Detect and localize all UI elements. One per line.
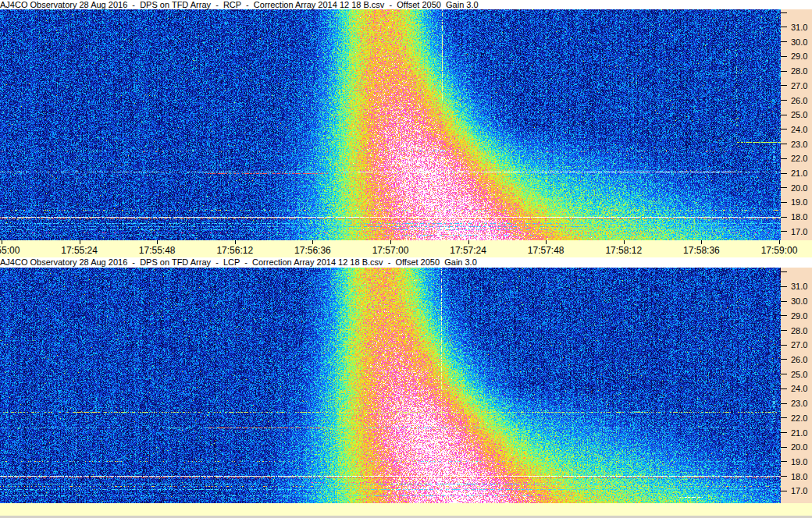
time-tick-label: 17:56:36	[294, 245, 331, 256]
freq-tick	[781, 202, 787, 203]
freq-tick-label: 28.0	[791, 66, 807, 76]
freq-tick	[781, 417, 787, 418]
time-tick	[235, 240, 236, 244]
freq-tick	[781, 129, 787, 130]
freq-tick-label: 29.0	[791, 311, 807, 321]
freq-tick-label: 25.0	[791, 110, 807, 119]
freq-tick-label: 17.0	[791, 227, 807, 236]
time-tick-label: 17:59:00	[761, 245, 798, 256]
freq-tick	[781, 27, 787, 27]
spectrograph-window: AJ4CO Observatory 28 Aug 2016 - DPS on T…	[0, 0, 812, 518]
freq-tick-label: 21.0	[791, 169, 807, 178]
time-tick-label: 17:55:24	[61, 245, 98, 256]
freq-tick-label: 18.0	[791, 212, 807, 222]
panel-title-lcp: AJ4CO Observatory 28 Aug 2016 - DPS on T…	[0, 257, 812, 268]
freq-tick	[781, 115, 787, 115]
freq-tick-label: 31.0	[791, 23, 807, 32]
time-tick	[312, 240, 313, 244]
plot-row-rcp: 31.030.029.028.027.026.025.024.023.022.0…	[0, 9, 812, 240]
time-axis-partial	[0, 503, 812, 516]
time-tick-label: 17:57:24	[450, 245, 486, 256]
freq-tick	[781, 330, 787, 331]
panel-rcp: AJ4CO Observatory 28 Aug 2016 - DPS on T…	[0, 0, 812, 240]
time-tick	[624, 240, 625, 244]
freq-tick-label: 24.0	[791, 125, 807, 134]
time-tick-label: 17:55:48	[139, 245, 176, 256]
freq-tick-label: 29.0	[791, 51, 807, 61]
freq-tick-label: 20.0	[791, 183, 807, 193]
freq-tick-label: 25.0	[791, 370, 807, 379]
freq-tick	[781, 100, 787, 101]
freq-tick-label: 24.0	[791, 384, 807, 393]
freq-tick	[781, 144, 787, 144]
freq-tick-label: 27.0	[791, 340, 807, 349]
time-tick	[390, 240, 391, 244]
freq-tick	[781, 374, 787, 374]
freq-tick	[781, 85, 787, 86]
spectrogram-rcp	[0, 9, 781, 240]
time-tick-label: 17:57:48	[528, 245, 564, 256]
freq-axis-rcp: 31.030.029.028.027.026.025.024.023.022.0…	[781, 9, 812, 240]
time-tick	[546, 240, 547, 244]
freq-tick	[781, 447, 787, 448]
panel-lcp: AJ4CO Observatory 28 Aug 2016 - DPS on T…	[0, 257, 812, 503]
spectrogram-lcp	[0, 268, 781, 503]
freq-tick-label: 22.0	[791, 154, 807, 163]
freq-tick-label: 31.0	[791, 282, 807, 291]
freq-tick	[781, 359, 787, 360]
freq-tick-label: 26.0	[791, 96, 807, 105]
time-tick-label: 17:57:00	[372, 245, 409, 256]
time-tick-label: 17:58:12	[605, 245, 642, 256]
time-tick	[80, 240, 80, 244]
time-tick-label: 17:56:12	[216, 245, 253, 256]
freq-tick-label: 30.0	[791, 296, 807, 306]
freq-tick	[781, 461, 787, 462]
freq-axis-lcp: 31.030.029.028.027.026.025.024.023.022.0…	[781, 268, 812, 503]
freq-tick	[781, 41, 787, 42]
panel-title-rcp: AJ4CO Observatory 28 Aug 2016 - DPS on T…	[0, 0, 812, 9]
freq-tick	[781, 476, 787, 477]
freq-tick	[781, 217, 787, 218]
freq-tick	[781, 173, 787, 174]
freq-tick-label: 18.0	[791, 472, 807, 481]
freq-tick-label: 20.0	[791, 442, 807, 452]
freq-tick	[781, 187, 787, 188]
freq-tick-label: 19.0	[791, 457, 807, 467]
freq-tick-label: 21.0	[791, 428, 807, 438]
freq-tick	[781, 301, 787, 302]
freq-tick-label: 30.0	[791, 37, 807, 47]
freq-tick-label: 26.0	[791, 355, 807, 364]
freq-tick	[781, 388, 787, 389]
freq-tick	[781, 231, 787, 232]
time-tick-label: 17:55:00	[0, 245, 20, 256]
time-tick-label: 17:58:36	[683, 245, 720, 256]
time-tick	[157, 240, 158, 244]
freq-tick-label: 19.0	[791, 197, 807, 207]
freq-tick	[781, 71, 787, 72]
freq-tick-label: 28.0	[791, 326, 807, 335]
freq-tick	[781, 56, 787, 57]
time-axis: 17:55:0017:55:2417:55:4817:56:1217:56:36…	[0, 240, 812, 257]
freq-tick	[781, 315, 787, 316]
freq-tick	[781, 403, 787, 404]
freq-tick-label: 23.0	[791, 140, 807, 149]
freq-tick	[781, 491, 787, 491]
plot-row-lcp: 31.030.029.028.027.026.025.024.023.022.0…	[0, 268, 812, 503]
time-tick	[779, 240, 780, 244]
freq-tick	[781, 345, 787, 346]
freq-tick	[781, 271, 787, 272]
freq-tick-label: 27.0	[791, 81, 807, 90]
time-tick	[468, 240, 469, 244]
freq-tick	[781, 158, 787, 159]
freq-tick	[781, 286, 787, 287]
freq-tick-label: 23.0	[791, 399, 807, 408]
freq-tick	[781, 432, 787, 433]
time-tick	[2, 240, 2, 244]
freq-tick	[781, 12, 787, 13]
freq-tick-label: 17.0	[791, 486, 807, 495]
freq-tick-label: 22.0	[791, 413, 807, 423]
time-tick	[701, 240, 702, 244]
